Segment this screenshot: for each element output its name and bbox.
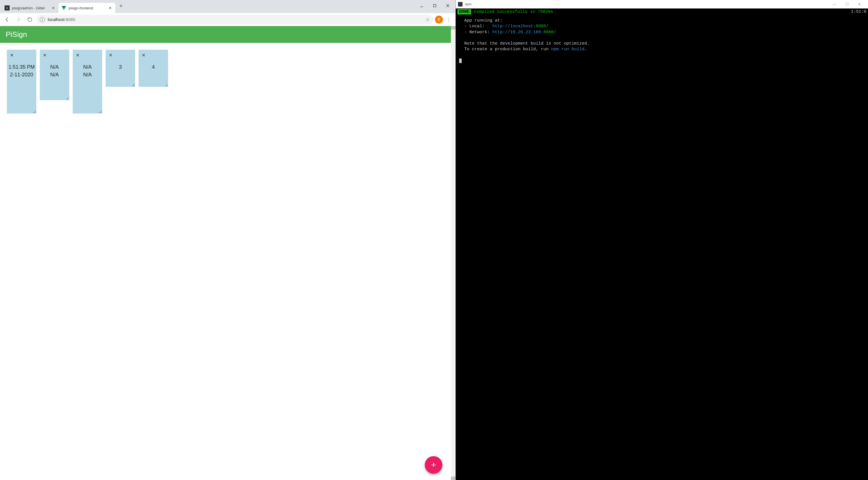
card-line: N/A <box>50 63 59 71</box>
term-line: App running at: <box>459 18 503 23</box>
terminal-status-line: DONE Compiled successfully in 7582ms 1:5… <box>456 8 868 15</box>
cmd-icon <box>458 2 463 6</box>
vertical-scrollbar[interactable] <box>451 26 456 480</box>
resize-handle-icon[interactable] <box>98 109 102 113</box>
status-message: Compiled successfully in 7582ms <box>474 9 553 14</box>
term-line: Note that the development build is not o… <box>459 41 589 46</box>
close-icon[interactable]: ✕ <box>107 52 114 58</box>
status-time: 1:51:0 <box>851 9 866 14</box>
add-fab-button[interactable]: + <box>425 456 442 474</box>
term-line: - Network: <box>459 30 492 35</box>
widget-card[interactable]: ✕ 3 <box>105 50 135 87</box>
back-button[interactable] <box>2 15 12 24</box>
terminal-window: npm — ☐ ✕ DONE Compiled successfully in … <box>456 0 868 480</box>
term-command: npm run build <box>551 47 584 52</box>
terminal-cursor <box>459 59 462 63</box>
widget-card[interactable]: ✕ N/A N/A <box>73 50 102 114</box>
site-info-icon[interactable]: i <box>40 17 45 22</box>
close-tab-icon[interactable]: ✕ <box>51 6 56 10</box>
term-port: 8080/ <box>536 24 549 29</box>
new-tab-button[interactable]: + <box>117 2 125 10</box>
minimize-button[interactable]: — <box>828 0 841 8</box>
tab-title: pisign/admin - Gitter <box>12 6 49 10</box>
vue-favicon <box>61 5 66 10</box>
card-line: N/A <box>83 71 92 78</box>
resize-handle-icon[interactable] <box>65 96 69 100</box>
close-icon[interactable]: ✕ <box>74 52 81 58</box>
terminal-output[interactable]: App running at: - Local: http://localhos… <box>456 15 868 480</box>
bookmark-star-icon[interactable]: ☆ <box>425 17 430 23</box>
close-window-button[interactable]: ✕ <box>853 0 866 8</box>
tab-gitter[interactable]: ≡ pisign/admin - Gitter ✕ <box>2 3 59 13</box>
tab-strip: ≡ pisign/admin - Gitter ✕ pisign-fronten… <box>0 0 456 13</box>
widget-card[interactable]: ✕ 4 <box>138 50 168 87</box>
term-line: - Local: <box>459 24 492 29</box>
chrome-browser-window: ≡ pisign/admin - Gitter ✕ pisign-fronten… <box>0 0 456 480</box>
scroll-arrow-up-icon[interactable] <box>451 26 456 30</box>
terminal-titlebar[interactable]: npm — ☐ ✕ <box>456 0 868 8</box>
address-bar[interactable]: i localhost:8080 ☆ <box>36 15 433 24</box>
url-text: localhost:8080 <box>48 17 423 22</box>
card-line: 2-11-2020 <box>10 71 33 78</box>
widget-card[interactable]: ✕ N/A N/A <box>40 50 69 100</box>
terminal-title: npm <box>465 2 826 6</box>
resize-handle-icon[interactable] <box>32 109 36 113</box>
cards-container: ✕ 1:51:35 PM 2-11-2020 ✕ N/A N/A ✕ N/A N… <box>0 43 456 120</box>
card-line: N/A <box>50 71 59 78</box>
scroll-arrow-down-icon[interactable] <box>451 477 456 480</box>
browser-toolbar: i localhost:8080 ☆ E ⋮ <box>0 13 456 26</box>
tab-pisign-frontend[interactable]: pisign-frontend ✕ <box>59 3 115 13</box>
maximize-button[interactable] <box>428 1 441 10</box>
forward-button[interactable] <box>13 15 23 24</box>
page-viewport: PiSign ✕ 1:51:35 PM 2-11-2020 ✕ N/A N/A … <box>0 26 456 480</box>
gitter-favicon: ≡ <box>4 5 10 10</box>
card-line: 4 <box>152 63 155 71</box>
card-line: 1:51:35 PM <box>8 63 35 71</box>
term-line: To create a production build, run <box>459 47 551 52</box>
reload-button[interactable] <box>25 15 35 24</box>
window-controls <box>415 0 454 13</box>
widget-card[interactable]: ✕ 1:51:35 PM 2-11-2020 <box>7 50 36 114</box>
resize-handle-icon[interactable] <box>131 83 134 86</box>
chrome-menu-button[interactable]: ⋮ <box>445 15 453 24</box>
terminal-window-controls: — ☐ ✕ <box>828 0 866 8</box>
term-port: 8080/ <box>544 30 556 35</box>
app-header: PiSign <box>0 26 456 43</box>
close-window-button[interactable] <box>441 1 454 10</box>
minimize-button[interactable] <box>415 1 428 10</box>
tab-title: pisign-frontend <box>69 6 105 10</box>
term-url: http://localhost: <box>492 24 536 29</box>
resize-handle-icon[interactable] <box>164 83 167 86</box>
maximize-button[interactable]: ☐ <box>841 0 853 8</box>
term-line: . <box>584 47 587 52</box>
term-url: http://10.26.23.189: <box>492 30 544 35</box>
card-line: N/A <box>83 63 92 71</box>
close-icon[interactable]: ✕ <box>8 52 15 58</box>
close-icon[interactable]: ✕ <box>140 52 147 58</box>
profile-avatar[interactable]: E <box>435 15 443 24</box>
close-icon[interactable]: ✕ <box>41 52 48 58</box>
svg-rect-1 <box>433 4 436 7</box>
status-done-badge: DONE <box>458 9 471 14</box>
close-tab-icon[interactable]: ✕ <box>108 6 113 10</box>
card-line: 3 <box>119 63 122 71</box>
